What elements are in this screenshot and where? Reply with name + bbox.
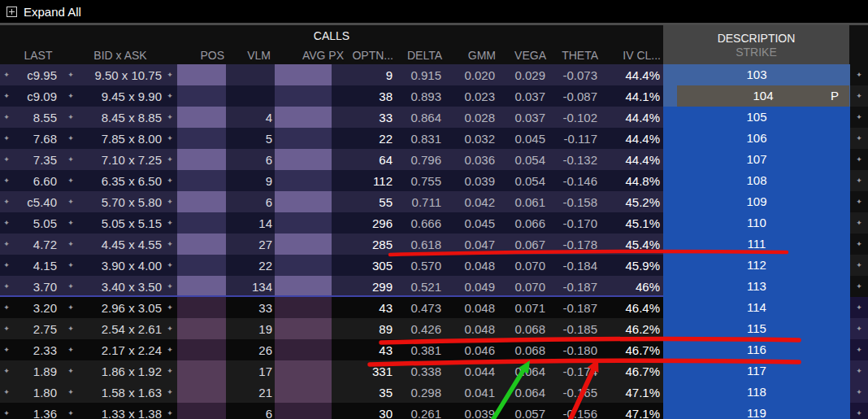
cell-vlm[interactable]: 9 xyxy=(226,174,275,188)
cell-delta[interactable]: 0.666 xyxy=(395,216,444,230)
cell-iv[interactable]: 45.1% xyxy=(600,216,663,230)
cell-last[interactable]: 2.75 xyxy=(13,322,63,336)
cell-last[interactable]: 1.36 xyxy=(13,407,63,419)
cell-bid-ask[interactable]: 9.50 x 10.75 xyxy=(78,68,163,82)
col-header-avg-px[interactable]: AVG PX xyxy=(289,47,345,63)
cell-pos[interactable] xyxy=(177,297,226,318)
cell-pos[interactable] xyxy=(177,318,226,339)
cell-delta[interactable]: 0.755 xyxy=(395,174,444,188)
cell-strike[interactable]: 115 xyxy=(663,318,850,339)
cell-iv[interactable]: 46% xyxy=(600,280,663,294)
cell-vlm[interactable]: 134 xyxy=(226,280,275,294)
cell-theta[interactable]: -0.073 xyxy=(548,68,600,82)
cell-avg-px[interactable] xyxy=(275,360,332,382)
cell-delta[interactable]: 0.426 xyxy=(395,322,444,336)
cell-pos[interactable] xyxy=(177,107,226,128)
cell-gmm[interactable]: 0.028 xyxy=(444,111,497,124)
cell-avg-px[interactable] xyxy=(275,191,332,212)
cell-iv[interactable]: 44.4% xyxy=(600,111,663,124)
table-row-strike-109[interactable]: ✦c5.40✦5.70 x 5.80✦6550.7110.0420.061-0.… xyxy=(0,191,868,212)
cell-last[interactable]: 3.20 xyxy=(13,301,63,315)
cell-vega[interactable]: 0.057 xyxy=(497,407,548,419)
cell-avg-px[interactable] xyxy=(275,85,332,107)
cell-gmm[interactable]: 0.039 xyxy=(444,174,497,188)
cell-avg-px[interactable] xyxy=(275,128,332,149)
table-row-strike-113[interactable]: ✦3.70✦3.40 x 3.50✦1342990.5210.0490.070-… xyxy=(0,276,868,297)
cell-vlm[interactable]: 27 xyxy=(226,238,275,251)
cell-delta[interactable]: 0.893 xyxy=(395,89,444,103)
cell-optn[interactable]: 35 xyxy=(332,386,395,399)
cell-theta[interactable]: -0.102 xyxy=(548,111,600,124)
cell-strike[interactable]: 107 xyxy=(663,149,850,170)
cell-iv[interactable]: 46.7% xyxy=(600,364,663,378)
cell-iv[interactable]: 47.1% xyxy=(600,407,663,419)
cell-strike[interactable]: 111 xyxy=(663,234,850,255)
cell-delta[interactable]: 0.831 xyxy=(395,132,444,146)
cell-pos[interactable] xyxy=(177,191,226,212)
cell-iv[interactable]: 44.8% xyxy=(600,174,663,188)
cell-optn[interactable]: 64 xyxy=(332,153,395,167)
cell-gmm[interactable]: 0.047 xyxy=(444,238,497,251)
cell-vlm[interactable]: 6 xyxy=(226,153,275,167)
cell-vlm[interactable]: 19 xyxy=(226,322,275,336)
col-header-last[interactable]: LAST xyxy=(13,47,63,63)
cell-gmm[interactable]: 0.039 xyxy=(444,407,497,419)
cell-vega[interactable]: 0.045 xyxy=(497,132,548,146)
cell-gmm[interactable]: 0.048 xyxy=(444,259,497,273)
cell-iv[interactable]: 44.4% xyxy=(600,68,663,82)
cell-vlm[interactable]: 6 xyxy=(226,195,275,209)
cell-avg-px[interactable] xyxy=(275,276,332,297)
cell-pos[interactable] xyxy=(177,149,226,170)
cell-strike[interactable]: 106 xyxy=(663,128,850,149)
cell-theta[interactable]: -0.178 xyxy=(548,238,600,251)
cell-strike[interactable]: 114 xyxy=(663,297,850,318)
cell-theta[interactable]: -0.165 xyxy=(548,386,600,399)
cell-theta[interactable]: -0.174 xyxy=(548,364,600,378)
cell-strike[interactable]: 112 xyxy=(663,255,850,276)
col-header-vlm[interactable]: VLM xyxy=(226,47,275,63)
cell-vega[interactable]: 0.071 xyxy=(497,301,548,315)
cell-iv[interactable]: 46.4% xyxy=(600,301,663,315)
cell-optn[interactable]: 43 xyxy=(332,301,395,315)
cell-last[interactable]: 5.05 xyxy=(13,216,63,230)
cell-last[interactable]: 1.80 xyxy=(13,386,63,399)
cell-pos[interactable] xyxy=(177,339,226,360)
cell-strike[interactable]: 113 xyxy=(663,276,850,297)
cell-bid-ask[interactable]: 1.58 x 1.63 xyxy=(78,386,163,399)
col-header-theta[interactable]: THETA xyxy=(548,47,600,63)
cell-theta[interactable]: -0.187 xyxy=(548,280,600,294)
cell-gmm[interactable]: 0.049 xyxy=(444,280,497,294)
cell-avg-px[interactable] xyxy=(275,212,332,234)
cell-iv[interactable]: 44.1% xyxy=(600,89,663,103)
cell-pos[interactable] xyxy=(177,212,226,234)
cell-bid-ask[interactable]: 2.54 x 2.61 xyxy=(78,322,163,336)
cell-pos[interactable] xyxy=(177,276,226,297)
cell-vega[interactable]: 0.061 xyxy=(497,195,548,209)
cell-iv[interactable]: 45.9% xyxy=(600,259,663,273)
table-row-strike-105[interactable]: ✦8.55✦8.45 x 8.85✦4330.8640.0280.037-0.1… xyxy=(0,107,868,128)
cell-delta[interactable]: 0.915 xyxy=(395,68,444,82)
cell-avg-px[interactable] xyxy=(275,403,332,419)
cell-bid-ask[interactable]: 3.40 x 3.50 xyxy=(78,280,163,294)
cell-avg-px[interactable] xyxy=(275,297,332,318)
cell-optn[interactable]: 55 xyxy=(332,195,395,209)
cell-delta[interactable]: 0.473 xyxy=(395,301,444,315)
cell-gmm[interactable]: 0.048 xyxy=(444,322,497,336)
cell-iv[interactable]: 45.4% xyxy=(600,238,663,251)
cell-strike[interactable]: 119 xyxy=(663,403,850,419)
cell-last[interactable]: c9.95 xyxy=(13,68,63,82)
cell-delta[interactable]: 0.521 xyxy=(395,280,444,294)
cell-strike[interactable]: 117 xyxy=(663,360,850,382)
cell-optn[interactable]: 30 xyxy=(332,407,395,419)
cell-vega[interactable]: 0.037 xyxy=(497,111,548,124)
cell-gmm[interactable]: 0.020 xyxy=(444,68,497,82)
cell-theta[interactable]: -0.146 xyxy=(548,174,600,188)
cell-theta[interactable]: -0.180 xyxy=(548,343,600,357)
cell-last[interactable]: c5.40 xyxy=(13,195,63,209)
cell-bid-ask[interactable]: 5.70 x 5.80 xyxy=(78,195,163,209)
cell-theta[interactable]: -0.117 xyxy=(548,132,600,146)
cell-optn[interactable]: 89 xyxy=(332,322,395,336)
table-row-strike-119[interactable]: ✦1.36✦1.33 x 1.38✦6300.2610.0390.057-0.1… xyxy=(0,403,868,419)
cell-gmm[interactable]: 0.023 xyxy=(444,89,497,103)
cell-pos[interactable] xyxy=(177,128,226,149)
